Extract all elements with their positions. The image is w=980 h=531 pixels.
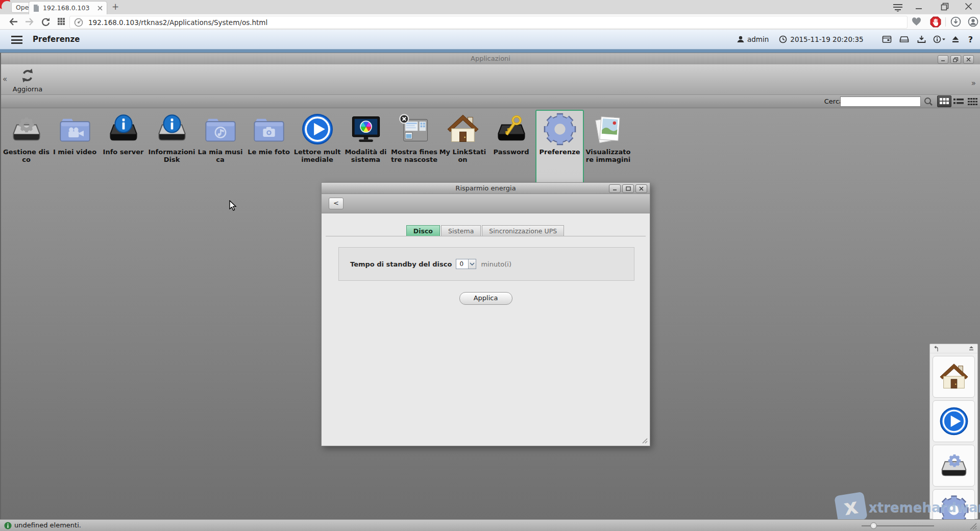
view-list-button[interactable]	[951, 95, 966, 107]
site-badge-icon[interactable]	[74, 18, 83, 27]
watermark-logo: x	[834, 492, 868, 523]
page-title: Preferenze	[33, 35, 80, 44]
eject-icon[interactable]	[951, 35, 960, 43]
browser-tab-bar: Opera 192.168.0.103 +	[0, 0, 980, 14]
datetime: 2015-11-19 20:20:35	[790, 35, 863, 43]
home-icon	[938, 361, 970, 393]
app-gestione-disco[interactable]: Gestione disco	[2, 110, 51, 169]
dock-collapse-icon[interactable]	[968, 346, 974, 352]
collapse-left-chevron[interactable]: «	[3, 75, 7, 84]
zoom-slider-handle[interactable]	[870, 522, 877, 529]
app-la-mia-musica[interactable]: La mia musica	[196, 110, 244, 169]
dialog-close-icon[interactable]	[635, 184, 647, 193]
app-i-miei-video[interactable]: I miei video	[51, 110, 99, 169]
drive-icon[interactable]	[899, 35, 909, 43]
mouse-cursor	[229, 200, 239, 211]
watermark-text: xtremehardware.com	[869, 500, 980, 515]
refresh-label: Aggiorna	[9, 85, 46, 93]
view-details-button[interactable]	[966, 95, 980, 107]
dock-header	[930, 344, 977, 353]
statusbar-resize-grip[interactable]	[968, 522, 977, 529]
window-minimize-icon[interactable]	[915, 3, 922, 11]
dock-home-button[interactable]	[933, 356, 975, 398]
app-lettore-multimediale[interactable]: Lettore multimediale	[293, 110, 341, 169]
app-preferenze[interactable]: Preferenze	[535, 110, 584, 184]
info-disk-dark-icon	[106, 112, 141, 147]
refresh-button[interactable]: Aggiorna	[9, 65, 46, 93]
clock-icon	[779, 35, 787, 43]
info-dropdown-icon[interactable]	[933, 35, 946, 43]
back-icon[interactable]	[8, 17, 18, 26]
tab-divider	[326, 236, 646, 236]
folder-photo-icon	[252, 112, 286, 147]
tab-title: 192.168.0.103	[43, 4, 97, 12]
dialog-titlebar[interactable]: Risparmio energia	[322, 183, 650, 194]
app-visualizzatore-immagini[interactable]: Visualizzatore immagini	[584, 110, 632, 169]
app-password[interactable]: Password	[487, 110, 535, 169]
expand-right-chevron[interactable]: »	[971, 79, 976, 88]
chevron-down-icon	[468, 259, 476, 269]
forward-icon[interactable]	[24, 17, 35, 26]
tab-disco[interactable]: Disco	[406, 225, 440, 236]
app-grid: Gestione disco I miei video Info server …	[2, 110, 632, 184]
dialog-back-button[interactable]: <	[329, 198, 344, 209]
dialog-resize-grip[interactable]	[641, 437, 648, 444]
applications-titlebar[interactable]: Applicazioni	[1, 53, 980, 64]
gear-icon	[543, 112, 577, 147]
dock-disk-manager-button[interactable]	[933, 445, 975, 487]
window-close-icon[interactable]	[965, 3, 972, 11]
speed-dial-grid-icon[interactable]	[57, 17, 65, 26]
disk-gear-icon	[9, 112, 44, 147]
folder-video-icon	[58, 112, 92, 147]
dock-back-arrow-icon[interactable]	[933, 346, 940, 352]
app-mostra-finestre-nascoste[interactable]: Mostra finestre nascoste	[390, 110, 438, 169]
profile-icon[interactable]	[968, 16, 978, 27]
reload-icon[interactable]	[41, 17, 51, 27]
status-info-icon	[4, 522, 12, 529]
search-icon[interactable]	[924, 97, 933, 106]
view-grid-button[interactable]	[937, 95, 951, 107]
download-tray-icon[interactable]	[917, 35, 926, 43]
open-windows-icon[interactable]	[882, 35, 892, 43]
search-input[interactable]	[840, 96, 921, 107]
app-info-server[interactable]: Info server	[99, 110, 148, 169]
dock-disk-gear-icon	[938, 450, 970, 481]
app-minimize-icon[interactable]	[938, 55, 948, 64]
bookmark-heart-icon[interactable]	[912, 17, 921, 26]
url-field[interactable]: 192.168.0.103/rtknas2/Applications/Syste…	[69, 16, 908, 29]
nas-menu-icon[interactable]	[11, 36, 22, 46]
dialog-toolbar: <	[322, 194, 650, 213]
app-restore-icon[interactable]	[950, 55, 961, 64]
app-informazioni-disk[interactable]: Informazioni Disk	[148, 110, 196, 169]
dialog-minimize-icon[interactable]	[609, 184, 621, 193]
tab-sincronizzazione-ups[interactable]: Sincronizzazione UPS	[482, 225, 564, 236]
status-message: undefined elementi.	[14, 521, 81, 529]
username[interactable]: admin	[747, 35, 769, 43]
key-disk-icon	[494, 112, 529, 147]
apply-button[interactable]: Applica	[459, 292, 512, 305]
dialog-maximize-icon[interactable]	[622, 184, 634, 193]
help-button[interactable]: ?	[968, 35, 973, 44]
url-text: 192.168.0.103/rtknas2/Applications/Syste…	[88, 18, 267, 27]
app-le-mie-foto[interactable]: Le mie foto	[244, 110, 293, 169]
window-restore-icon[interactable]	[941, 3, 949, 11]
applications-toolbar: « Aggiorna »	[1, 64, 980, 95]
standby-select[interactable]: 0	[456, 259, 476, 269]
tab-sistema[interactable]: Sistema	[441, 225, 481, 236]
browser-address-bar: 192.168.0.103/rtknas2/Applications/Syste…	[0, 14, 980, 30]
standby-value: 0	[456, 260, 468, 268]
standby-unit: minuto(i)	[481, 260, 511, 268]
applications-window: Applicazioni « Aggiorna » Cerca Gestione…	[0, 53, 980, 519]
downloads-icon[interactable]	[950, 16, 961, 27]
app-close-icon[interactable]	[963, 55, 974, 64]
adblock-shield-icon[interactable]	[930, 16, 941, 28]
browser-menu-icon[interactable]	[892, 3, 903, 12]
status-bar: undefined elementi.	[0, 519, 980, 531]
app-modalita-di-sistema[interactable]: Modalità di sistema	[341, 110, 390, 169]
new-tab-button[interactable]: +	[110, 2, 120, 12]
app-my-linkstation[interactable]: My LinkStation	[438, 110, 487, 169]
browser-tab[interactable]: 192.168.0.103	[29, 1, 107, 14]
play-icon	[938, 405, 970, 437]
dock-media-player-button[interactable]	[933, 400, 975, 442]
tab-close-icon[interactable]	[97, 6, 103, 11]
